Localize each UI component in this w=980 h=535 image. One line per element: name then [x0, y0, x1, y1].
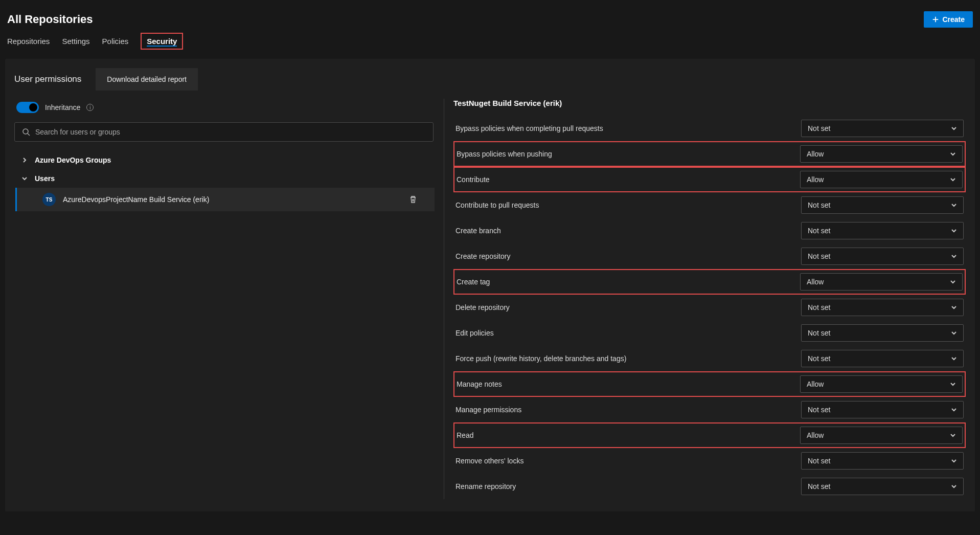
create-button[interactable]: Create [924, 11, 973, 28]
permission-row: Edit policiesNot set [453, 320, 966, 346]
permission-select[interactable]: Allow [800, 273, 963, 291]
permission-value: Not set [808, 354, 830, 363]
permission-select[interactable]: Not set [801, 120, 964, 137]
chevron-down-icon [951, 125, 957, 131]
info-icon[interactable]: i [86, 104, 94, 111]
user-list-item[interactable]: TS AzureDevopsProjectName Build Service … [15, 188, 435, 211]
chevron-down-icon [951, 253, 957, 259]
permission-label: Contribute [457, 175, 490, 184]
permission-value: Allow [807, 278, 824, 286]
chevron-down-icon [951, 330, 957, 336]
permission-select[interactable]: Not set [801, 196, 964, 214]
principal-name: TestNuget Build Service (erik) [453, 99, 966, 107]
permission-value: Not set [808, 457, 830, 465]
permission-row: Delete repositoryNot set [453, 295, 966, 320]
permission-select[interactable]: Allow [800, 145, 963, 163]
permission-label: Create branch [455, 227, 501, 235]
chevron-down-icon [950, 432, 956, 438]
create-button-label: Create [942, 15, 965, 24]
avatar: TS [42, 193, 56, 206]
permission-value: Not set [808, 329, 830, 337]
permission-row: Contribute to pull requestsNot set [453, 192, 966, 218]
permission-select[interactable]: Not set [801, 350, 964, 367]
svg-point-0 [23, 129, 28, 134]
chevron-right-icon [21, 157, 28, 163]
inheritance-toggle[interactable] [16, 102, 39, 113]
permission-label: Contribute to pull requests [455, 201, 539, 209]
permission-label: Delete repository [455, 303, 510, 311]
permission-select[interactable]: Not set [801, 324, 964, 342]
permission-value: Allow [807, 380, 824, 388]
plus-icon [932, 16, 939, 23]
permission-row: ReadAllow [453, 422, 966, 448]
groups-header-row[interactable]: Azure DevOps Groups [14, 151, 444, 169]
chevron-down-icon [951, 228, 957, 234]
chevron-down-icon [951, 304, 957, 310]
permission-label: Bypass policies when completing pull req… [455, 124, 603, 132]
tabs: RepositoriesSettingsPoliciesSecurity [5, 28, 975, 50]
permission-value: Not set [808, 406, 830, 414]
permission-row: ContributeAllow [453, 167, 966, 192]
chevron-down-icon [950, 176, 956, 183]
permission-label: Manage permissions [455, 406, 521, 414]
permission-value: Not set [808, 303, 830, 311]
users-header-label: Users [35, 174, 55, 183]
chevron-down-icon [951, 483, 957, 489]
permission-label: Rename repository [455, 482, 516, 491]
chevron-down-icon [950, 151, 956, 157]
users-header-row[interactable]: Users [14, 169, 444, 188]
permission-row: Create tagAllow [453, 269, 966, 295]
user-name: AzureDevopsProjectName Build Service (er… [63, 195, 402, 204]
search-input[interactable] [35, 128, 426, 136]
permission-value: Not set [808, 252, 830, 260]
permission-select[interactable]: Allow [800, 375, 963, 393]
page-title: All Repositories [7, 13, 93, 26]
permission-select[interactable]: Not set [801, 478, 964, 495]
tab-repositories[interactable]: Repositories [7, 37, 50, 50]
permission-value: Not set [808, 201, 830, 209]
permission-label: Edit policies [455, 329, 494, 337]
permission-label: Create tag [457, 278, 490, 286]
permission-select[interactable]: Not set [801, 248, 964, 265]
chevron-down-icon [950, 381, 956, 387]
permission-select[interactable]: Not set [801, 222, 964, 239]
chevron-down-icon [951, 407, 957, 413]
permission-select[interactable]: Not set [801, 401, 964, 418]
download-report-button[interactable]: Download detailed report [96, 68, 198, 91]
permission-row: Rename repositoryNot set [453, 474, 966, 499]
chevron-down-icon [951, 202, 957, 208]
permission-select[interactable]: Not set [801, 452, 964, 470]
chevron-down-icon [950, 279, 956, 285]
permission-row: Manage permissionsNot set [453, 397, 966, 422]
chevron-down-icon [21, 175, 28, 182]
permission-label: Force push (rewrite history, delete bran… [455, 354, 626, 363]
permission-select[interactable]: Allow [800, 427, 963, 444]
permission-row: Force push (rewrite history, delete bran… [453, 346, 966, 371]
chevron-down-icon [951, 458, 957, 464]
search-box[interactable] [14, 122, 434, 142]
permission-row: Remove others' locksNot set [453, 448, 966, 474]
permission-value: Not set [808, 482, 830, 491]
groups-header-label: Azure DevOps Groups [35, 156, 111, 164]
permission-select[interactable]: Allow [800, 171, 963, 188]
permission-value: Not set [808, 227, 830, 235]
permission-select[interactable]: Not set [801, 299, 964, 316]
permission-row: Bypass policies when pushingAllow [453, 141, 966, 167]
permission-label: Manage notes [457, 380, 502, 388]
permission-label: Create repository [455, 252, 510, 260]
permission-label: Remove others' locks [455, 457, 523, 465]
permission-row: Manage notesAllow [453, 371, 966, 397]
user-permissions-title: User permissions [14, 74, 81, 84]
tab-policies[interactable]: Policies [102, 37, 129, 50]
permission-row: Create repositoryNot set [453, 243, 966, 269]
trash-icon[interactable] [409, 195, 417, 204]
permission-value: Not set [808, 124, 830, 132]
permission-row: Create branchNot set [453, 218, 966, 243]
chevron-down-icon [951, 355, 957, 362]
tab-settings[interactable]: Settings [62, 37, 89, 50]
inheritance-label: Inheritance [45, 103, 80, 112]
search-icon [22, 128, 30, 136]
permission-row: Bypass policies when completing pull req… [453, 116, 966, 141]
permission-label: Read [457, 431, 473, 439]
tab-security[interactable]: Security [141, 33, 183, 50]
